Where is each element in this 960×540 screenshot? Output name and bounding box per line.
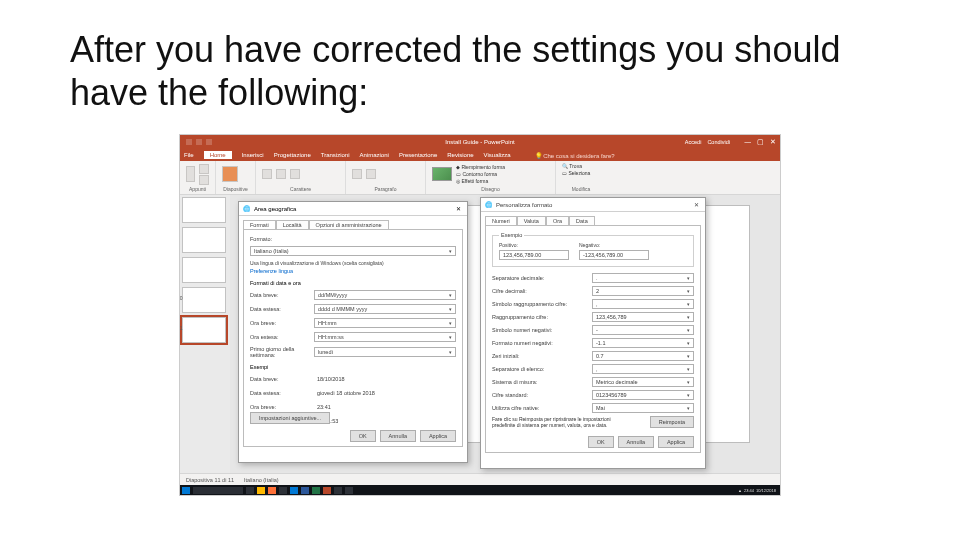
share-button[interactable]: Condividi: [707, 139, 730, 145]
maximize-icon[interactable]: ▢: [757, 138, 764, 146]
firefox-icon[interactable]: [268, 487, 276, 494]
shape-style-swatch[interactable]: [432, 167, 452, 181]
taskbar-app-icon[interactable]: [334, 487, 342, 494]
copy-icon[interactable]: [199, 175, 209, 185]
region-apply-button[interactable]: Applica: [420, 430, 456, 442]
region-tab-admin[interactable]: Opzioni di amministrazione: [309, 220, 389, 229]
select-button[interactable]: ▭ Seleziona: [562, 170, 590, 176]
grp-sym-dropdown[interactable]: ,: [592, 299, 694, 309]
additional-settings-button[interactable]: Impostazioni aggiuntive...: [250, 412, 330, 424]
align-icon[interactable]: [366, 169, 376, 179]
numfmt-cancel-button[interactable]: Annulla: [618, 436, 654, 448]
tab-design[interactable]: Progettazione: [274, 152, 311, 158]
short-date-dropdown[interactable]: dd/MM/yyyy: [314, 290, 456, 300]
bold-icon[interactable]: [262, 169, 272, 179]
grp-dropdown[interactable]: 123,456,789: [592, 312, 694, 322]
numfmt-ok-button[interactable]: OK: [588, 436, 614, 448]
tray-icon[interactable]: ▲: [738, 488, 742, 493]
thumbnail-10[interactable]: 10: [182, 287, 226, 313]
taskbar-app-icon[interactable]: [345, 487, 353, 494]
clock-time[interactable]: 23:44: [744, 488, 754, 493]
thumbnail-11[interactable]: 11: [182, 317, 226, 343]
signin-link[interactable]: Accedi: [685, 139, 702, 145]
reset-button[interactable]: Reimposta: [650, 416, 694, 428]
dec-digits-dropdown[interactable]: 2: [592, 286, 694, 296]
numfmt-tab-currency[interactable]: Valuta: [517, 216, 546, 225]
excel-icon[interactable]: [312, 487, 320, 494]
region-tab-location[interactable]: Località: [276, 220, 309, 229]
short-time-dropdown[interactable]: HH:mm: [314, 318, 456, 328]
find-button[interactable]: 🔍 Trova: [562, 163, 582, 169]
cut-icon[interactable]: [199, 164, 209, 174]
language-prefs-link[interactable]: Preferenze lingua: [250, 268, 456, 274]
negative-sample: -123,456,789.00: [579, 250, 649, 260]
shape-outline-button[interactable]: ▭ Contorno forma: [456, 171, 505, 177]
thumbnail-8[interactable]: 8: [182, 227, 226, 253]
start-button[interactable]: [182, 487, 190, 494]
bullets-icon[interactable]: [352, 169, 362, 179]
numfmt-tab-numbers[interactable]: Numeri: [485, 216, 517, 225]
region-tab-formats[interactable]: Formati: [243, 220, 276, 229]
region-ok-button[interactable]: OK: [350, 430, 376, 442]
ex-long-time: 23:41:53: [314, 416, 456, 426]
neg-sym-label: Simbolo numeri negativi:: [492, 327, 592, 333]
close-icon[interactable]: ✕: [770, 138, 776, 146]
neg-fmt-dropdown[interactable]: -1.1: [592, 338, 694, 348]
minimize-icon[interactable]: —: [745, 138, 752, 146]
format-dropdown[interactable]: Italiano (Italia): [250, 246, 456, 256]
tab-slideshow[interactable]: Presentazione: [399, 152, 437, 158]
italic-icon[interactable]: [276, 169, 286, 179]
list-sep-dropdown[interactable]: ,: [592, 364, 694, 374]
region-cancel-button[interactable]: Annulla: [380, 430, 416, 442]
outlook-icon[interactable]: [290, 487, 298, 494]
taskbar-app-icon[interactable]: [279, 487, 287, 494]
globe-icon: 🌐: [485, 201, 492, 208]
measure-dropdown[interactable]: Metrico decimale: [592, 377, 694, 387]
tab-home[interactable]: Home: [204, 151, 232, 159]
numfmt-tab-date[interactable]: Data: [569, 216, 595, 225]
powerpoint-icon[interactable]: [323, 487, 331, 494]
word-icon[interactable]: [301, 487, 309, 494]
long-date-dropdown[interactable]: dddd d MMMM yyyy: [314, 304, 456, 314]
file-explorer-icon[interactable]: [257, 487, 265, 494]
tab-transitions[interactable]: Transizioni: [321, 152, 350, 158]
dec-sep-dropdown[interactable]: .: [592, 273, 694, 283]
tab-file[interactable]: File: [184, 152, 194, 158]
lead-zero-dropdown[interactable]: 0.7: [592, 351, 694, 361]
shape-effects-button[interactable]: ◎ Effetti forma: [456, 178, 505, 184]
thumbnail-9[interactable]: 9: [182, 257, 226, 283]
tab-animations[interactable]: Animazioni: [360, 152, 389, 158]
status-language[interactable]: Italiano (Italia): [244, 477, 279, 483]
task-view-icon[interactable]: [246, 487, 254, 494]
shape-fill-button[interactable]: ◆ Riempimento forma: [456, 164, 505, 170]
numfmt-close-icon[interactable]: ✕: [691, 201, 701, 208]
match-windows-text: Usa lingua di visualizzazione di Windows…: [250, 260, 456, 266]
tab-review[interactable]: Revisione: [447, 152, 473, 158]
ex-long-date-label: Data estesa:: [250, 390, 314, 396]
neg-sym-dropdown[interactable]: -: [592, 325, 694, 335]
tab-insert[interactable]: Inserisci: [242, 152, 264, 158]
region-close-icon[interactable]: ✕: [453, 205, 463, 212]
long-time-dropdown[interactable]: HH:mm:ss: [314, 332, 456, 342]
taskbar-search[interactable]: [193, 487, 243, 494]
status-slide-count: Diapositiva 11 di 11: [186, 477, 234, 483]
tell-me-search[interactable]: 💡 Che cosa si desidera fare?: [535, 152, 615, 159]
new-slide-icon[interactable]: [222, 166, 238, 182]
numfmt-apply-button[interactable]: Applica: [658, 436, 694, 448]
short-date-label: Data breve:: [250, 292, 314, 298]
std-digits-dropdown[interactable]: 0123456789: [592, 390, 694, 400]
first-day-dropdown[interactable]: lunedì: [314, 347, 456, 357]
example-legend: Esempio: [499, 232, 524, 238]
underline-icon[interactable]: [290, 169, 300, 179]
undo-icon[interactable]: [196, 139, 202, 145]
thumbnail-7[interactable]: 7: [182, 197, 226, 223]
tab-view[interactable]: Visualizza: [484, 152, 511, 158]
examples-label: Esempi: [250, 364, 456, 370]
native-digits-dropdown[interactable]: Mai: [592, 403, 694, 413]
paste-icon[interactable]: [186, 166, 195, 182]
slide-thumbnails[interactable]: 7 8 9 10 11: [180, 195, 230, 473]
redo-icon[interactable]: [206, 139, 212, 145]
save-icon[interactable]: [186, 139, 192, 145]
numfmt-tab-time[interactable]: Ora: [546, 216, 569, 225]
screenshot-container: Install Guide - PowerPoint Accedi Condiv…: [180, 135, 780, 495]
